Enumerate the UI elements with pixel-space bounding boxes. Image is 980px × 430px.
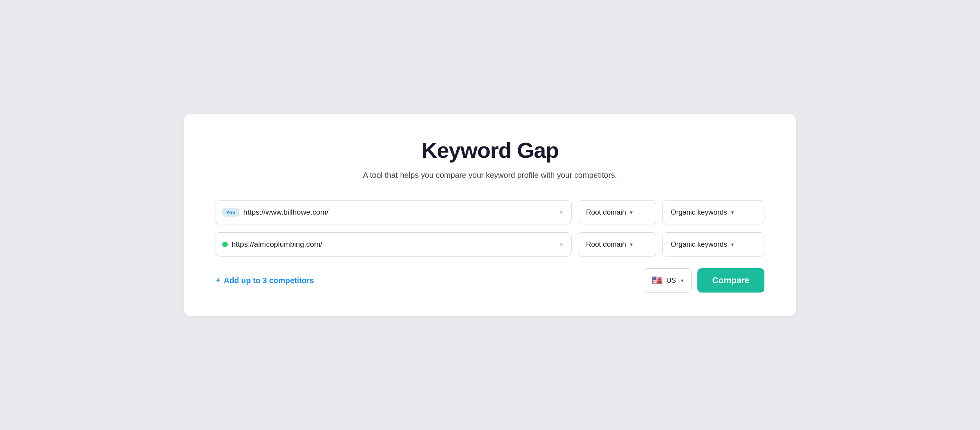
row2-keyword-chevron-icon: ▾ [731,241,734,248]
row2-domain-chevron-icon: ▾ [630,241,633,248]
row2-input-wrapper: × [216,232,572,257]
row1-domain-dropdown[interactable]: Root domain ▾ [578,200,656,224]
page-title: Keyword Gap [216,137,764,163]
add-competitors-label: Add up to 3 competitors [224,276,314,285]
row2-keyword-dropdown[interactable]: Organic keywords ▾ [662,232,764,257]
row2-domain-dropdown[interactable]: Root domain ▾ [578,232,656,257]
country-code-label: US [666,276,676,285]
country-chevron-icon: ▾ [681,277,684,284]
row2-clear-button[interactable]: × [557,239,565,250]
row2-green-dot-icon [222,242,228,247]
row1-keyword-type-label: Organic keywords [671,208,727,217]
page-subtitle: A tool that helps you compare your keywo… [216,171,764,180]
row-1: You × Root domain ▾ Organic keywords ▾ [216,200,764,224]
row1-clear-icon: × [559,208,563,217]
you-badge: You [222,208,240,217]
compare-button[interactable]: Compare [697,268,764,293]
right-controls: 🇺🇸 US ▾ Compare [644,268,764,293]
row1-domain-chevron-icon: ▾ [630,209,633,215]
row-2: × Root domain ▾ Organic keywords ▾ [216,232,764,257]
row2-url-input[interactable] [232,240,554,249]
row1-input-wrapper: You × [216,200,572,224]
row2-domain-type-label: Root domain [586,240,626,249]
country-dropdown[interactable]: 🇺🇸 US ▾ [644,268,692,293]
row1-domain-type-label: Root domain [586,208,626,217]
row1-keyword-chevron-icon: ▾ [731,209,734,215]
us-flag-icon: 🇺🇸 [652,275,662,285]
row1-keyword-dropdown[interactable]: Organic keywords ▾ [662,200,764,224]
add-competitors-button[interactable]: + Add up to 3 competitors [216,275,314,285]
plus-icon: + [216,275,221,285]
row1-url-input[interactable] [243,208,554,217]
row1-clear-button[interactable]: × [557,207,565,218]
main-card: Keyword Gap A tool that helps you compar… [184,114,796,316]
row2-clear-icon: × [559,240,563,249]
bottom-row: + Add up to 3 competitors 🇺🇸 US ▾ Compar… [216,268,764,293]
row2-keyword-type-label: Organic keywords [671,240,727,249]
